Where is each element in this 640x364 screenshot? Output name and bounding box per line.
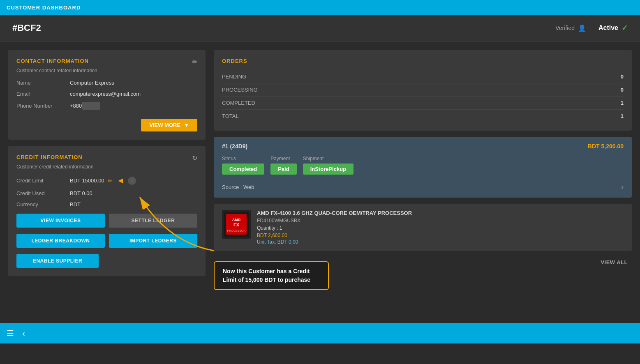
status-badge: Completed — [222, 164, 264, 175]
currency-row: Currency BDT — [16, 201, 197, 207]
enable-supplier-button[interactable]: ENABLE SUPPLIER — [16, 254, 99, 268]
btn-row-1: VIEW INVOICES SETTLE LEDGER — [16, 214, 197, 228]
orders-pending-row: PENDING 0 — [222, 70, 624, 83]
active-label: Active — [598, 24, 618, 32]
shipment-col: Shipment InStorePickup — [303, 156, 354, 175]
order-status-row: Status Completed Payment Paid Shipment I… — [222, 156, 624, 175]
completed-label: COMPLETED — [222, 100, 255, 106]
view-more-label: VIEW MORE — [149, 122, 180, 128]
orders-title: ORDERS — [222, 58, 624, 64]
credit-limit-value: BDT 15000.00 — [70, 177, 104, 184]
menu-icon[interactable]: ☰ — [7, 328, 14, 338]
contact-subtitle: Customer contact related information — [16, 68, 197, 74]
credit-limit-value-row: BDT 15000.00 ✏ ◄ i — [70, 176, 136, 185]
product-tax: Unit Tax: BDT 0.00 — [257, 239, 624, 245]
chevron-right-icon[interactable]: › — [621, 183, 624, 191]
btn-row-3: ENABLE SUPPLIER — [16, 254, 197, 268]
tooltip-text: Now this Customer has a Credit Limit of … — [223, 268, 310, 283]
status-label: Status — [222, 156, 264, 161]
order-number: #1 (24D9) — [222, 143, 247, 150]
processing-label: PROCESSING — [222, 87, 258, 93]
phone-row: Phone Number +880 — [16, 102, 197, 110]
btn-row-2: LEDGER BREAKDOWN IMPORT LEDGERS — [16, 234, 197, 248]
order-total: BDT 5,200.00 — [588, 143, 624, 150]
view-all-button[interactable]: VIEW ALL — [601, 259, 628, 265]
customer-id: #BCF2 — [12, 23, 41, 33]
order-detail-header: #1 (24D9) BDT 5,200.00 — [222, 143, 624, 150]
status-col: Status Completed — [222, 156, 264, 175]
bottom-bar: ☰ ‹ — [0, 323, 640, 343]
product-info: AMD FX-4100 3.6 GHZ QUAD-CORE OEM/TRAY P… — [257, 210, 624, 245]
settle-ledger-button[interactable]: SETTLE LEDGER — [109, 214, 197, 228]
edit-credit-icon[interactable]: ✏ — [108, 177, 113, 184]
credit-limit-label: Credit Limit — [16, 177, 70, 184]
back-icon[interactable]: ‹ — [22, 329, 25, 338]
currency-label: Currency — [16, 201, 70, 207]
email-value: computerexpress@gmail.com — [70, 91, 141, 97]
contact-card-header: CONTACT INFORMATION ✏ — [16, 58, 197, 66]
view-more-button[interactable]: VIEW MORE ▼ — [141, 119, 197, 131]
orders-processing-row: PROCESSING 0 — [222, 83, 624, 97]
svg-text:PROCESSOR: PROCESSOR — [227, 229, 246, 232]
product-sku: FD4100WMGUSBX — [257, 218, 624, 223]
right-panel: ORDERS PENDING 0 PROCESSING 0 COMPLETED … — [214, 50, 632, 335]
payment-col: Payment Paid — [270, 156, 296, 175]
view-more-chevron-icon: ▼ — [184, 122, 189, 128]
payment-badge: Paid — [270, 164, 296, 175]
shipment-badge: InStorePickup — [303, 164, 354, 175]
orders-table: PENDING 0 PROCESSING 0 COMPLETED 1 TOTAL… — [222, 70, 624, 122]
product-quantity: Quantity : 1 — [257, 225, 624, 231]
main-content: CONTACT INFORMATION ✏ Customer contact r… — [0, 41, 640, 343]
refresh-icon[interactable]: ↻ — [192, 154, 197, 162]
left-panel: CONTACT INFORMATION ✏ Customer contact r… — [8, 50, 206, 335]
header-right: Verified 👤 Active ✓ — [555, 23, 628, 32]
name-row: Name Computer Express — [16, 80, 197, 86]
name-value: Computer Express — [70, 80, 114, 86]
top-bar: CUSTOMER DASHBOARD — [0, 0, 640, 15]
active-check-icon: ✓ — [622, 23, 628, 32]
top-bar-title: CUSTOMER DASHBOARD — [7, 5, 81, 11]
payment-label: Payment — [270, 156, 296, 161]
product-price: BDT 2,600.00 — [257, 233, 624, 238]
info-icon[interactable]: i — [128, 177, 136, 185]
verified-icon: 👤 — [578, 24, 586, 32]
credit-card-header: CREDIT INFORMATION ↻ — [16, 154, 197, 162]
ledger-breakdown-button[interactable]: LEDGER BREAKDOWN — [16, 234, 105, 248]
orders-total-row: TOTAL 1 — [222, 110, 624, 122]
credit-used-value: BDT 0.00 — [70, 190, 92, 196]
verified-badge: Verified 👤 — [555, 24, 586, 32]
name-label: Name — [16, 80, 70, 86]
credit-used-label: Credit Used — [16, 190, 70, 196]
source-text: Source : Web — [222, 184, 254, 190]
svg-text:AMD: AMD — [232, 218, 241, 222]
orders-card: ORDERS PENDING 0 PROCESSING 0 COMPLETED … — [214, 50, 632, 131]
product-image: AMD FX PROCESSOR — [222, 210, 251, 239]
credit-title: CREDIT INFORMATION — [16, 154, 83, 160]
product-image-svg: AMD FX PROCESSOR — [224, 212, 249, 237]
orders-completed-row: COMPLETED 1 — [222, 97, 624, 110]
edit-contact-icon[interactable]: ✏ — [192, 58, 197, 66]
currency-value: BDT — [70, 201, 81, 207]
total-value: 1 — [621, 113, 624, 119]
phone-label: Phone Number — [16, 103, 70, 109]
import-ledgers-button[interactable]: IMPORT LEDGERS — [109, 234, 197, 248]
contact-info-card: CONTACT INFORMATION ✏ Customer contact r… — [8, 50, 206, 140]
email-row: Email computerexpress@gmail.com — [16, 91, 197, 97]
credit-subtitle: Customer credit related information — [16, 164, 197, 170]
svg-text:FX: FX — [233, 222, 240, 227]
credit-used-row: Credit Used BDT 0.00 — [16, 190, 197, 196]
verified-label: Verified — [555, 25, 575, 31]
credit-tooltip: Now this Customer has a Credit Limit of … — [214, 261, 329, 290]
view-invoices-button[interactable]: VIEW INVOICES — [16, 214, 105, 228]
processing-value: 0 — [621, 87, 624, 93]
email-label: Email — [16, 91, 70, 97]
active-badge: Active ✓ — [598, 23, 628, 32]
contact-title: CONTACT INFORMATION — [16, 58, 89, 64]
phone-prefix: +880 — [70, 103, 82, 109]
completed-value: 1 — [621, 100, 624, 106]
pending-value: 0 — [621, 74, 624, 80]
product-card: AMD FX PROCESSOR AMD FX-4100 3.6 GHZ QUA… — [214, 204, 632, 251]
order-detail-card: #1 (24D9) BDT 5,200.00 Status Completed … — [214, 137, 632, 198]
credit-info-card: CREDIT INFORMATION ↻ Customer credit rel… — [8, 146, 206, 276]
phone-masked — [82, 102, 100, 110]
